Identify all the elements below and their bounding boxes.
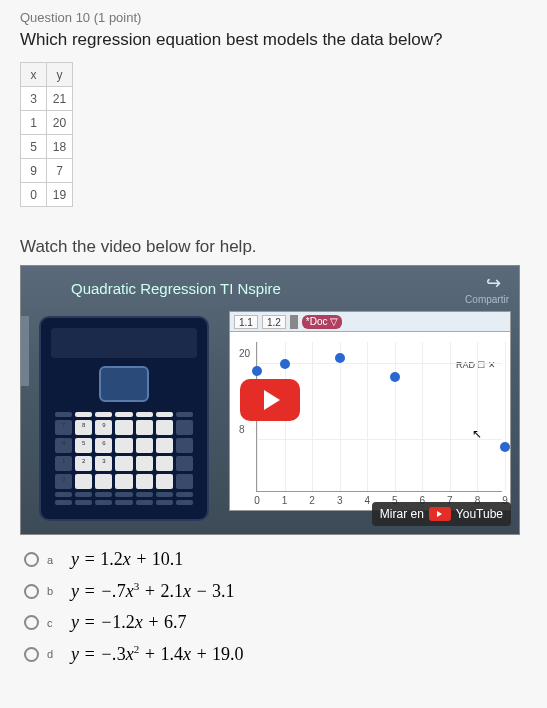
radio-button[interactable] xyxy=(24,552,39,567)
x-tick: 3 xyxy=(337,495,343,506)
tab-1-1[interactable]: 1.1 xyxy=(234,315,258,329)
table-row: 019 xyxy=(21,183,73,207)
option-equation: y = 1.2x + 10.1 xyxy=(71,549,183,570)
answer-option[interactable]: cy = −1.2x + 6.7 xyxy=(24,612,527,633)
table-cell: 0 xyxy=(21,183,47,207)
option-equation: y = −1.2x + 6.7 xyxy=(71,612,186,633)
answer-option[interactable]: by = −.7x3 + 2.1x − 3.1 xyxy=(24,580,527,602)
data-point xyxy=(500,442,510,452)
radio-button[interactable] xyxy=(24,647,39,662)
table-cell: 5 xyxy=(21,135,47,159)
radio-button[interactable] xyxy=(24,615,39,630)
option-equation: y = −.3x2 + 1.4x + 19.0 xyxy=(71,643,244,665)
tab-handle xyxy=(21,316,29,386)
radio-button[interactable] xyxy=(24,584,39,599)
answer-options: ay = 1.2x + 10.1by = −.7x3 + 2.1x − 3.1c… xyxy=(20,549,527,665)
data-point xyxy=(280,359,290,369)
x-tick: 1 xyxy=(282,495,288,506)
video-title: Quadratic Regression TI Nspire xyxy=(71,280,281,297)
cursor-icon: ↖ xyxy=(472,427,482,441)
x-tick: 0 xyxy=(254,495,260,506)
video-thumbnail[interactable]: ↪ Compartir Quadratic Regression TI Nspi… xyxy=(20,265,520,535)
data-table: xy 32112051897019 xyxy=(20,62,73,207)
option-label: a xyxy=(47,554,61,566)
watch-on-youtube-button[interactable]: Mirar en YouTube xyxy=(372,502,511,526)
table-cell: 21 xyxy=(47,87,73,111)
y-tick: 20 xyxy=(239,348,250,359)
table-cell: 9 xyxy=(21,159,47,183)
table-header: y xyxy=(47,63,73,87)
share-icon[interactable]: ↪ xyxy=(486,272,501,294)
watch-target: YouTube xyxy=(456,507,503,521)
data-point xyxy=(252,366,262,376)
option-label: b xyxy=(47,585,61,597)
tab-1-2[interactable]: 1.2 xyxy=(262,315,286,329)
youtube-icon xyxy=(429,507,451,521)
table-cell: 1 xyxy=(21,111,47,135)
question-title: Which regression equation best models th… xyxy=(20,30,527,50)
table-header: x xyxy=(21,63,47,87)
table-row: 518 xyxy=(21,135,73,159)
option-label: d xyxy=(47,648,61,660)
table-cell: 7 xyxy=(47,159,73,183)
share-label: Compartir xyxy=(465,294,509,305)
table-cell: 19 xyxy=(47,183,73,207)
table-cell: 20 xyxy=(47,111,73,135)
table-row: 97 xyxy=(21,159,73,183)
option-equation: y = −.7x3 + 2.1x − 3.1 xyxy=(71,580,235,602)
plot-toolbar: 1.1 1.2 *Doc ▽ xyxy=(230,312,510,332)
table-cell: 18 xyxy=(47,135,73,159)
data-point xyxy=(335,353,345,363)
answer-option[interactable]: dy = −.3x2 + 1.4x + 19.0 xyxy=(24,643,527,665)
data-point xyxy=(390,372,400,382)
answer-option[interactable]: ay = 1.2x + 10.1 xyxy=(24,549,527,570)
watch-label: Mirar en xyxy=(380,507,424,521)
calculator-image: 7894561230 xyxy=(39,316,209,521)
y-tick: 8 xyxy=(239,424,245,435)
video-heading: Watch the video below for help. xyxy=(20,237,527,257)
x-tick: 4 xyxy=(364,495,370,506)
table-cell: 3 xyxy=(21,87,47,111)
question-label: Question 10 (1 point) xyxy=(20,10,527,25)
x-tick: 2 xyxy=(309,495,315,506)
option-label: c xyxy=(47,617,61,629)
table-row: 321 xyxy=(21,87,73,111)
doc-chip[interactable]: *Doc ▽ xyxy=(302,315,342,329)
table-row: 120 xyxy=(21,111,73,135)
play-button[interactable] xyxy=(240,379,300,421)
